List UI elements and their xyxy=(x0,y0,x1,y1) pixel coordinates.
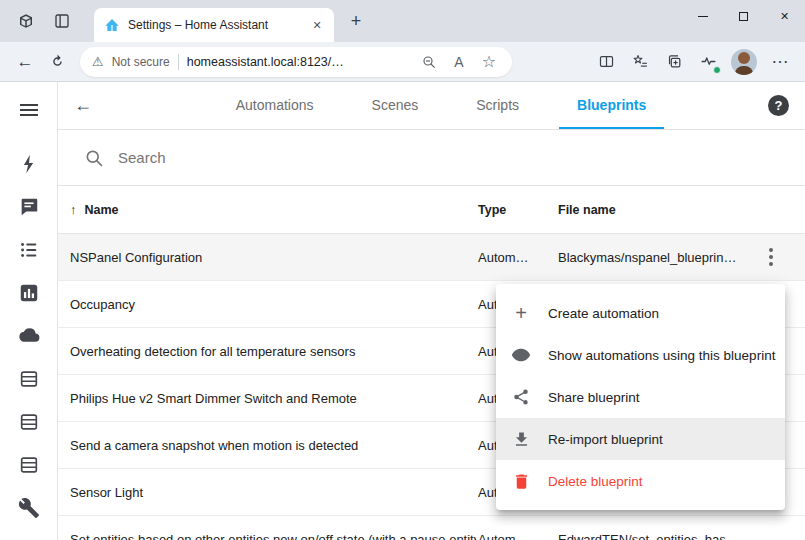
window-controls: ✕ xyxy=(682,0,805,32)
column-type-label: Type xyxy=(478,203,506,217)
sidebar-cloud-icon[interactable] xyxy=(0,314,57,357)
favorites-icon[interactable] xyxy=(625,47,655,77)
sidebar-developer-tools-icon[interactable] xyxy=(0,486,57,529)
profile-avatar[interactable] xyxy=(731,49,757,75)
refresh-button[interactable] xyxy=(42,47,72,77)
page-content: ← Automations Scenes Scripts Blueprints … xyxy=(0,82,805,540)
row-type: Autom… xyxy=(478,250,558,265)
table-row[interactable]: Set entities based on other entities new… xyxy=(58,516,805,540)
sidebar-menu-button[interactable] xyxy=(0,88,57,131)
tab-scripts[interactable]: Scripts xyxy=(458,82,537,129)
favorite-star-icon[interactable]: ☆ xyxy=(478,51,500,73)
search-placeholder: Search xyxy=(118,149,166,166)
menu-item-share-blueprint[interactable]: Share blueprint xyxy=(496,376,785,418)
sidebar-energy-icon[interactable] xyxy=(0,142,57,185)
row-file: Blackymas/nspanel_blueprin… xyxy=(558,250,763,265)
maximize-icon xyxy=(739,12,748,21)
url-text[interactable]: homeassistant.local:8123/… xyxy=(187,55,410,69)
collections-icon[interactable] xyxy=(659,47,689,77)
sidebar-hub-icon-2[interactable] xyxy=(0,400,57,443)
row-file: EdwardTEN/set_entities_bas… xyxy=(558,532,763,540)
eye-icon xyxy=(510,344,532,366)
back-button[interactable]: ← xyxy=(10,47,40,77)
row-type: Autom… xyxy=(478,532,558,540)
close-button[interactable]: ✕ xyxy=(764,0,805,32)
ha-sidebar xyxy=(0,82,58,540)
row-overflow-menu-icon[interactable] xyxy=(765,244,777,270)
share-icon xyxy=(510,386,532,408)
security-label[interactable]: Not secure xyxy=(112,55,170,69)
search-bar[interactable]: Search xyxy=(58,130,805,186)
address-divider xyxy=(178,54,179,70)
help-button[interactable]: ? xyxy=(768,95,789,116)
tab-close-icon[interactable]: ✕ xyxy=(308,16,326,34)
split-screen-icon[interactable] xyxy=(591,47,621,77)
menu-item-label: Re-import blueprint xyxy=(548,432,663,447)
vertical-tabs-icon[interactable] xyxy=(48,7,76,35)
menu-item-create-automation[interactable]: + Create automation xyxy=(496,292,785,334)
sidebar-hub-icon-3[interactable] xyxy=(0,443,57,486)
not-secure-warning-icon: ⚠ xyxy=(92,55,104,68)
menu-item-delete-blueprint[interactable]: Delete blueprint xyxy=(496,460,785,502)
ha-back-button[interactable]: ← xyxy=(74,95,114,116)
sidebar-hub-icon-1[interactable] xyxy=(0,357,57,400)
minimize-icon xyxy=(698,16,708,17)
maximize-button[interactable] xyxy=(723,0,764,32)
menu-item-reimport-blueprint[interactable]: Re-import blueprint xyxy=(496,418,785,460)
tab-scenes[interactable]: Scenes xyxy=(354,82,437,129)
browser-window: Settings – Home Assistant ✕ + ✕ ← ⚠ Not … xyxy=(0,0,805,540)
tab-automations[interactable]: Automations xyxy=(218,82,332,129)
tab-blueprints[interactable]: Blueprints xyxy=(559,82,664,129)
new-tab-button[interactable]: + xyxy=(342,7,370,35)
browser-tab[interactable]: Settings – Home Assistant ✕ xyxy=(94,8,334,42)
browser-navbar: ← ⚠ Not secure homeassistant.local:8123/… xyxy=(0,42,805,82)
table-row[interactable]: NSPanel Configuration Autom… Blackymas/n… xyxy=(58,234,805,281)
blueprint-context-menu: + Create automation Show automations usi… xyxy=(496,284,785,510)
column-header-name[interactable]: ↑ Name xyxy=(58,202,478,217)
menu-item-label: Share blueprint xyxy=(548,390,640,405)
address-bar[interactable]: ⚠ Not secure homeassistant.local:8123/… … xyxy=(80,47,512,77)
home-assistant-favicon xyxy=(104,17,120,33)
navbar-right-actions: … xyxy=(591,47,795,77)
plus-icon: + xyxy=(510,302,532,324)
menu-item-label: Create automation xyxy=(548,306,659,321)
sidebar-assist-icon[interactable] xyxy=(0,185,57,228)
browser-essentials-icon[interactable] xyxy=(693,47,723,77)
row-name: Overheating detection for all temperatur… xyxy=(58,344,478,359)
browser-titlebar: Settings – Home Assistant ✕ + ✕ xyxy=(0,0,805,42)
ha-topbar: ← Automations Scenes Scripts Blueprints … xyxy=(58,82,805,130)
row-name: NSPanel Configuration xyxy=(58,250,478,265)
menu-item-show-automations[interactable]: Show automations using this blueprint xyxy=(496,334,785,376)
row-name: Send a camera snapshot when motion is de… xyxy=(58,438,478,453)
workspaces-icon[interactable] xyxy=(12,7,40,35)
tab-title: Settings – Home Assistant xyxy=(128,18,300,32)
settings-menu-icon[interactable]: … xyxy=(765,47,795,77)
sidebar-todo-list-icon[interactable] xyxy=(0,228,57,271)
titlebar-left-actions xyxy=(0,7,80,35)
search-icon xyxy=(84,148,104,168)
sidebar-history-chart-icon[interactable] xyxy=(0,271,57,314)
column-header-file[interactable]: File name xyxy=(558,203,763,217)
sort-ascending-icon: ↑ xyxy=(70,202,77,217)
menu-item-label: Show automations using this blueprint xyxy=(548,348,775,363)
zoom-icon[interactable] xyxy=(418,51,440,73)
row-name: Philips Hue v2 Smart Dimmer Switch and R… xyxy=(58,391,478,406)
read-aloud-icon[interactable]: A xyxy=(448,51,470,73)
ha-tab-bar: Automations Scenes Scripts Blueprints xyxy=(114,82,768,129)
trash-icon xyxy=(510,470,532,492)
hamburger-icon xyxy=(20,104,38,116)
column-header-type[interactable]: Type xyxy=(478,203,558,217)
import-icon xyxy=(510,428,532,450)
row-name: Sensor Light xyxy=(58,485,478,500)
menu-item-label: Delete blueprint xyxy=(548,474,643,489)
row-name: Occupancy xyxy=(58,297,478,312)
column-file-label: File name xyxy=(558,203,616,217)
essentials-status-dot xyxy=(713,66,721,74)
row-name: Set entities based on other entities new… xyxy=(58,532,478,540)
minimize-button[interactable] xyxy=(682,0,723,32)
table-header: ↑ Name Type File name xyxy=(58,186,805,234)
column-name-label: Name xyxy=(85,203,119,217)
